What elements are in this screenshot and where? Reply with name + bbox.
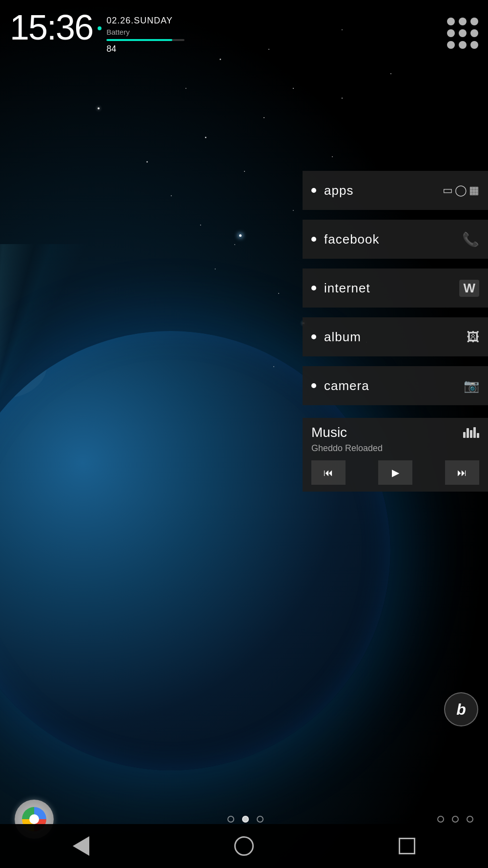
app-menu: apps ▭ ◯ ▦ facebook 📞 internet W album 🖼 xyxy=(303,171,488,405)
dot-1 xyxy=(447,18,455,25)
menu-item-facebook[interactable]: facebook 📞 xyxy=(303,220,488,259)
top-right-dots xyxy=(439,18,478,49)
status-bar: 15:36 02.26.SUNDAY Battery 84 xyxy=(10,10,478,54)
menu-item-apps[interactable]: apps ▭ ◯ ▦ xyxy=(303,171,488,210)
dot-left-1[interactable] xyxy=(227,816,234,823)
apps-icon-group: ▭ ◯ ▦ xyxy=(443,184,479,197)
album-label: album xyxy=(324,330,361,345)
facebook-label: facebook xyxy=(324,232,380,247)
apps-label: apps xyxy=(324,183,353,198)
bar-5 xyxy=(477,433,479,438)
back-icon xyxy=(73,836,89,856)
recents-button[interactable] xyxy=(384,833,430,859)
menu-item-internet[interactable]: internet W xyxy=(303,269,488,308)
date-display: 02.26.SUNDAY xyxy=(106,16,184,26)
bottom-dots-right xyxy=(437,816,473,823)
apps-grid-icon: ▦ xyxy=(469,184,479,197)
bar-2 xyxy=(467,428,469,438)
clock: 15:36 xyxy=(10,10,93,45)
battery-percent: 84 xyxy=(106,44,184,54)
music-bars-icon xyxy=(463,427,479,438)
dot-right-3[interactable] xyxy=(467,816,473,823)
battery-label: Battery xyxy=(106,28,184,36)
apps-circle-icon: ◯ xyxy=(455,184,467,197)
dot-right-1[interactable] xyxy=(437,816,444,823)
menu-item-apps-left: apps xyxy=(311,183,353,198)
bar-1 xyxy=(463,432,466,438)
dot-4 xyxy=(447,29,455,37)
home-icon xyxy=(234,836,254,856)
next-icon: ⏭ xyxy=(457,467,467,478)
menu-item-internet-left: internet xyxy=(311,281,370,296)
launcher-center xyxy=(29,814,39,824)
menu-item-facebook-left: facebook xyxy=(311,232,380,247)
dot-left-2[interactable] xyxy=(242,816,249,823)
music-header: Music xyxy=(311,425,479,440)
bottom-dots-left xyxy=(227,816,264,823)
internet-label: internet xyxy=(324,281,370,296)
next-button[interactable]: ⏭ xyxy=(445,460,479,485)
bullet-album xyxy=(311,334,316,339)
play-icon: ▶ xyxy=(392,467,399,478)
bullet-apps xyxy=(311,188,316,193)
time-section: 15:36 02.26.SUNDAY Battery 84 xyxy=(10,10,184,54)
prev-button[interactable]: ⏮ xyxy=(311,460,346,485)
beats-b-label: b xyxy=(456,701,466,719)
bullet-facebook xyxy=(311,237,316,242)
camera-icon: 📷 xyxy=(464,378,479,393)
navigation-bar xyxy=(0,824,488,868)
recents-icon xyxy=(399,838,415,854)
play-button[interactable]: ▶ xyxy=(378,460,412,485)
status-dot xyxy=(98,26,102,30)
menu-item-album-left: album xyxy=(311,330,361,345)
menu-item-album[interactable]: album 🖼 xyxy=(303,317,488,356)
prev-icon: ⏮ xyxy=(324,467,333,478)
dot-6 xyxy=(470,29,478,37)
bar-3 xyxy=(470,430,472,438)
dot-2 xyxy=(459,18,467,25)
dot-right-2[interactable] xyxy=(452,816,459,823)
status-info: 02.26.SUNDAY Battery 84 xyxy=(106,16,184,54)
music-controls: ⏮ ▶ ⏭ xyxy=(311,460,479,485)
album-icon: 🖼 xyxy=(467,330,479,345)
bullet-camera xyxy=(311,383,316,388)
word-icon: W xyxy=(459,280,479,297)
battery-bar xyxy=(106,39,184,41)
battery-fill xyxy=(106,39,172,41)
dot-5 xyxy=(459,29,467,37)
menu-item-camera[interactable]: camera 📷 xyxy=(303,366,488,405)
bullet-internet xyxy=(311,286,316,290)
camera-label: camera xyxy=(324,378,369,393)
dot-9 xyxy=(470,41,478,49)
music-subtitle: Gheddo Reloaded xyxy=(311,443,479,454)
dot-left-3[interactable] xyxy=(257,816,264,823)
music-widget: Music Gheddo Reloaded ⏮ ▶ ⏭ xyxy=(303,418,488,492)
back-button[interactable] xyxy=(58,831,104,861)
dot-8 xyxy=(459,41,467,49)
home-button[interactable] xyxy=(220,831,268,861)
music-title: Music xyxy=(311,425,347,440)
bar-4 xyxy=(473,427,476,438)
menu-item-camera-left: camera xyxy=(311,378,369,393)
beats-icon[interactable]: b xyxy=(444,692,478,726)
apps-icon: ▭ xyxy=(443,184,453,197)
dot-7 xyxy=(447,41,455,49)
phone-icon: 📞 xyxy=(462,231,479,248)
dot-3 xyxy=(470,18,478,25)
